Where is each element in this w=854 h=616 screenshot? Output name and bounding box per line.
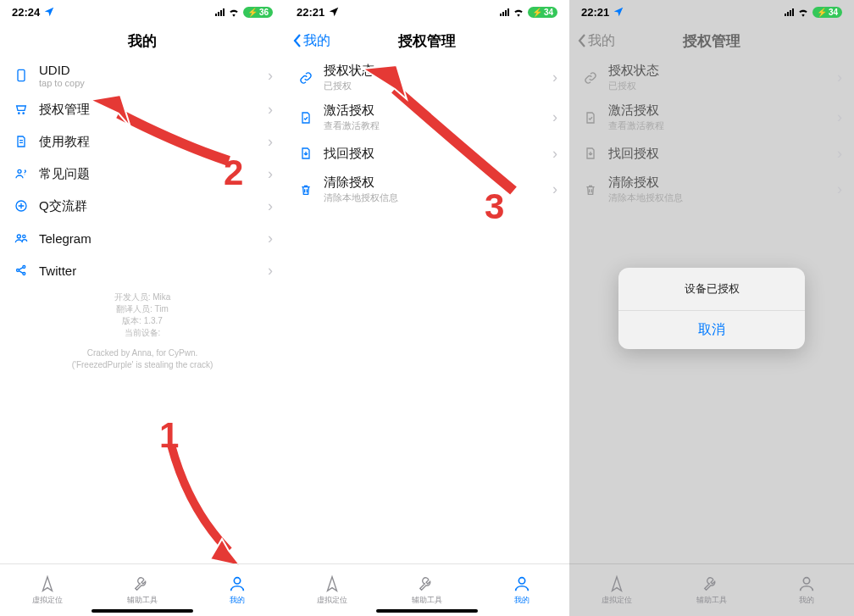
doc-check-icon xyxy=(297,111,315,125)
person-icon xyxy=(228,574,247,593)
status-bar: 22:21 ⚡34 xyxy=(285,0,569,24)
home-indicator xyxy=(92,609,193,613)
compass-icon xyxy=(607,574,626,593)
phone-screen-2: 22:21 ⚡34 我的 授权管理 授权状态已授权 › xyxy=(285,0,569,616)
chevron-right-icon: › xyxy=(552,69,557,86)
phone-screen-1: 22:24 ⚡36 我的 UDIDtap to copy › 授权管理 › xyxy=(0,0,285,616)
phone-screen-3: 22:21 ⚡34 我的 授权管理 授权状态已授权 › xyxy=(569,0,854,616)
tab-virtual-location: 虚拟定位 xyxy=(569,564,664,616)
chevron-right-icon: › xyxy=(268,165,273,183)
svg-point-1 xyxy=(18,169,21,173)
chevron-right-icon: › xyxy=(268,262,273,280)
doc-icon xyxy=(12,135,30,148)
tab-bar: 虚拟定位 辅助工具 我的 xyxy=(0,563,285,616)
status-time: 22:21 xyxy=(297,6,324,19)
tab-mine[interactable]: 我的 xyxy=(474,564,569,616)
back-button[interactable]: 我的 xyxy=(293,32,330,50)
svg-point-10 xyxy=(803,578,809,584)
svg-point-7 xyxy=(23,273,25,275)
wifi-icon xyxy=(513,8,524,17)
svg-point-3 xyxy=(17,235,20,238)
svg-point-8 xyxy=(234,578,240,584)
status-bar: 22:24 ⚡36 xyxy=(0,0,285,24)
alert-backdrop[interactable]: 设备已授权 取消 xyxy=(569,0,854,616)
plus-circle-icon xyxy=(12,199,30,213)
chevron-right-icon: › xyxy=(268,230,273,247)
people-icon xyxy=(12,231,30,245)
tab-bar: 虚拟定位 辅助工具 我的 xyxy=(569,563,854,616)
battery-badge: ⚡36 xyxy=(243,7,273,18)
tab-tools: 辅助工具 xyxy=(664,564,759,616)
cell-title: Twitter xyxy=(39,264,268,278)
tab-mine[interactable]: 我的 xyxy=(190,564,285,616)
svg-point-6 xyxy=(23,266,25,269)
compass-icon xyxy=(323,574,341,593)
home-indicator xyxy=(376,609,478,613)
tab-tools[interactable]: 辅助工具 xyxy=(95,564,190,616)
cell-twitter[interactable]: Twitter › xyxy=(0,254,285,286)
wrench-icon xyxy=(133,574,152,593)
share-icon xyxy=(12,264,30,277)
person-icon xyxy=(513,574,531,593)
wrench-icon xyxy=(702,574,721,593)
cell-telegram[interactable]: Telegram › xyxy=(0,222,285,254)
doc-arrow-icon xyxy=(297,147,315,160)
person-question-icon xyxy=(12,167,30,180)
chevron-right-icon: › xyxy=(552,108,557,126)
battery-badge: ⚡34 xyxy=(528,7,557,18)
link-icon xyxy=(297,71,315,85)
tab-bar: 虚拟定位 辅助工具 我的 xyxy=(285,563,569,616)
svg-point-9 xyxy=(518,578,524,584)
svg-point-4 xyxy=(23,235,25,237)
cell-udid[interactable]: UDIDtap to copy › xyxy=(0,58,285,93)
chevron-left-icon xyxy=(293,34,302,47)
annotation-arrow-2 xyxy=(85,93,237,178)
location-icon xyxy=(43,6,55,18)
alert-dialog: 设备已授权 取消 xyxy=(618,268,805,349)
person-icon xyxy=(797,574,816,593)
chevron-right-icon: › xyxy=(552,145,557,163)
cell-title: UDID xyxy=(39,63,268,77)
page-title: 我的 xyxy=(128,31,157,51)
tab-tools[interactable]: 辅助工具 xyxy=(380,564,474,616)
alert-cancel-button[interactable]: 取消 xyxy=(618,311,805,349)
chevron-right-icon: › xyxy=(268,67,273,85)
tab-virtual-location[interactable]: 虚拟定位 xyxy=(0,564,95,616)
nav-bar: 我的 授权管理 xyxy=(285,24,569,58)
annotation-arrow-1 xyxy=(163,441,256,568)
cell-sub: tap to copy xyxy=(39,78,268,88)
cart-icon xyxy=(12,103,30,116)
app-info: 开发人员: Mika 翻译人员: Tim 版本: 1.3.7 当前设备: Cra… xyxy=(0,291,285,371)
wifi-icon xyxy=(228,8,240,17)
cell-signal-icon xyxy=(215,8,225,16)
chevron-right-icon: › xyxy=(268,101,273,119)
chevron-right-icon: › xyxy=(552,180,557,198)
trash-icon xyxy=(297,183,315,197)
annotation-arrow-3 xyxy=(352,64,522,199)
page-title: 授权管理 xyxy=(398,31,456,51)
alert-message: 设备已授权 xyxy=(618,268,805,311)
status-time: 22:24 xyxy=(12,6,40,19)
chevron-right-icon: › xyxy=(268,197,273,215)
tab-virtual-location[interactable]: 虚拟定位 xyxy=(285,564,380,616)
cell-signal-icon xyxy=(500,8,509,16)
wrench-icon xyxy=(418,574,436,593)
chevron-right-icon: › xyxy=(268,133,273,151)
udid-icon xyxy=(12,69,30,82)
nav-bar: 我的 xyxy=(0,24,285,58)
compass-icon xyxy=(38,574,57,593)
cell-title: Q交流群 xyxy=(39,198,268,214)
location-icon xyxy=(328,6,340,18)
svg-rect-0 xyxy=(18,69,25,80)
cell-title: Telegram xyxy=(39,231,268,246)
tab-mine: 我的 xyxy=(759,564,854,616)
svg-point-5 xyxy=(17,269,19,272)
cell-qgroup[interactable]: Q交流群 › xyxy=(0,190,285,222)
